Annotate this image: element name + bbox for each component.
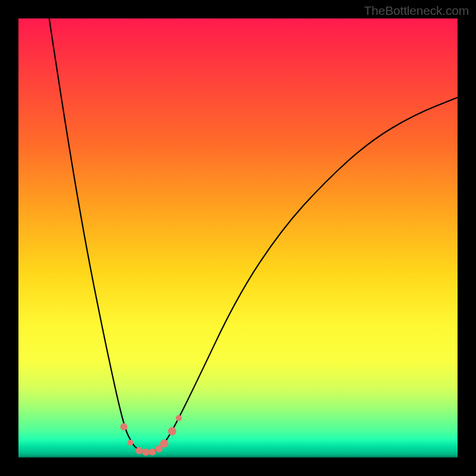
- curve-marker-8: [176, 415, 181, 421]
- curve-marker-1: [127, 440, 133, 446]
- curve-svg: [18, 18, 458, 458]
- curve-marker-6: [160, 439, 168, 447]
- curve-marker-0: [120, 423, 127, 430]
- attribution-text: TheBottleneck.com: [364, 4, 469, 18]
- curve-markers: [120, 415, 181, 456]
- bottleneck-curve: [49, 18, 458, 452]
- plot-area: [18, 18, 458, 458]
- curve-marker-4: [149, 448, 156, 455]
- curve-marker-3: [142, 449, 149, 456]
- outer-frame: TheBottleneck.com: [0, 0, 476, 476]
- curve-marker-7: [168, 427, 176, 436]
- curve-marker-2: [136, 447, 143, 454]
